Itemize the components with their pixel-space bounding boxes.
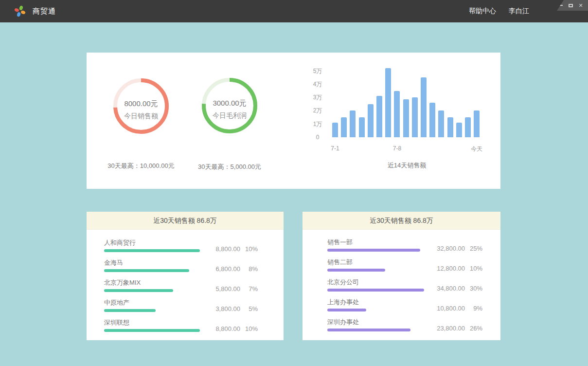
- item-bar-fill: [104, 269, 189, 272]
- item-bar-fill: [104, 309, 156, 312]
- top-customers-card: 近30天销售额 86.8万 人和商贸行8,800.0010%金海马6,800.0…: [87, 212, 284, 340]
- top-departments-header: 近30天销售额 86.8万: [303, 212, 500, 230]
- item-percent: 10%: [240, 326, 258, 332]
- item-amount: 12,800.00: [418, 265, 465, 272]
- item-bar-fill: [327, 309, 366, 311]
- sales-bar: [429, 103, 435, 137]
- item-percent: 7%: [240, 286, 258, 293]
- item-bar-fill: [104, 329, 200, 332]
- y-tick-label: 5万: [311, 68, 324, 74]
- sales-bar: [350, 110, 356, 137]
- item-percent: 9%: [465, 305, 482, 312]
- item-bar: [104, 309, 200, 312]
- item-bar-fill: [327, 249, 420, 252]
- item-value: 10,800.009%: [418, 305, 482, 312]
- item-percent: 5%: [240, 306, 258, 312]
- list-item: 北京分公司34,800.0030%: [327, 279, 482, 292]
- item-percent: 26%: [465, 325, 482, 332]
- y-tick-label: 4万: [311, 81, 324, 88]
- window-controls: ✕: [557, 0, 588, 11]
- item-amount: 6,800.00: [194, 266, 240, 273]
- overview-card: 8000.00元 今日销售额 30天最高：10,000.00元 3000.00元…: [87, 53, 500, 189]
- item-bar-fill: [327, 329, 410, 331]
- sales-bar: [359, 117, 365, 137]
- item-amount: 10,800.00: [418, 305, 465, 312]
- sales-bar: [394, 91, 400, 138]
- sales-bar: [341, 117, 347, 137]
- help-center-link[interactable]: 帮助中心: [469, 7, 496, 16]
- top-customers-list: 人和商贸行8,800.0010%金海马6,800.008%北京万象MIX5,80…: [87, 230, 284, 332]
- item-value: 8,800.0010%: [194, 246, 258, 253]
- top-customers-header: 近30天销售额 86.8万: [87, 212, 284, 230]
- item-value: 5,800.007%: [194, 286, 258, 293]
- item-percent: 8%: [240, 266, 258, 273]
- item-percent: 25%: [465, 245, 482, 252]
- item-amount: 34,800.00: [418, 285, 465, 292]
- minimize-button[interactable]: [557, 2, 563, 8]
- item-value: 6,800.008%: [194, 266, 258, 273]
- sales-bars: [332, 53, 488, 137]
- item-bar: [327, 289, 424, 292]
- close-button[interactable]: ✕: [578, 2, 584, 8]
- pinwheel-logo-icon: [14, 5, 26, 18]
- item-amount: 23,800.00: [418, 325, 465, 332]
- sales-bar: [412, 97, 418, 137]
- sales-bar: [474, 110, 480, 137]
- top-departments-card: 近30天销售额 86.8万 销售一部32,800.0025%销售二部12,800…: [303, 212, 500, 340]
- item-bar: [104, 249, 200, 252]
- item-amount: 5,800.00: [194, 286, 240, 293]
- y-tick-label: 0: [311, 134, 324, 141]
- item-bar-fill: [104, 249, 200, 252]
- sales-bar: [421, 77, 427, 137]
- item-bar: [327, 309, 424, 311]
- maximize-button[interactable]: [568, 2, 573, 8]
- x-tick-label: 7-1: [321, 145, 350, 152]
- item-amount: 8,800.00: [194, 246, 240, 253]
- item-bar: [104, 289, 200, 292]
- sales-bar: [368, 104, 374, 137]
- chart-title: 近14天销售额: [332, 161, 481, 170]
- y-tick-label: 3万: [311, 94, 324, 101]
- list-item: 人和商贸行8,800.0010%: [104, 239, 258, 252]
- sales-bar: [332, 123, 338, 137]
- titlebar: 商贸通 帮助中心 李白江 ✕: [0, 0, 588, 22]
- list-item: 中原地产3,800.005%: [104, 299, 258, 312]
- list-item: 金海马6,800.008%: [104, 259, 258, 272]
- sales-bar: [438, 110, 444, 137]
- list-item: 深圳联想8,800.0010%: [104, 319, 258, 332]
- item-amount: 32,800.00: [418, 245, 465, 252]
- list-item: 销售二部12,800.0010%: [327, 259, 482, 272]
- maximize-icon: [569, 4, 573, 7]
- close-icon: ✕: [578, 3, 583, 8]
- sales-bar: [456, 123, 462, 137]
- item-bar-fill: [327, 269, 385, 272]
- sales-14d-chart: 5万4万3万2万1万0 7-17-8今天 近14天销售额: [87, 53, 500, 189]
- app-title: 商贸通: [33, 0, 56, 22]
- sales-bar: [447, 117, 453, 137]
- list-item: 深圳办事处23,800.0026%: [327, 319, 482, 331]
- item-percent: 30%: [465, 285, 482, 292]
- x-tick-label: 7-8: [382, 145, 411, 152]
- titlebar-menu: 帮助中心 李白江: [469, 0, 529, 22]
- x-tick-label: 今天: [462, 145, 491, 153]
- item-percent: 10%: [240, 246, 258, 253]
- item-value: 32,800.0025%: [418, 245, 482, 252]
- sales-bar: [403, 99, 409, 137]
- item-amount: 8,800.00: [194, 326, 240, 332]
- user-menu[interactable]: 李白江: [509, 7, 529, 16]
- item-bar-fill: [104, 289, 173, 292]
- item-value: 3,800.005%: [194, 306, 258, 312]
- item-value: 8,800.0010%: [194, 326, 258, 332]
- item-bar: [104, 329, 200, 332]
- minimize-icon: [558, 5, 563, 6]
- item-bar: [327, 329, 424, 331]
- sales-bar: [385, 68, 391, 137]
- item-bar: [104, 269, 200, 272]
- item-value: 23,800.0026%: [418, 325, 482, 332]
- sales-bar: [376, 96, 382, 137]
- top-departments-list: 销售一部32,800.0025%销售二部12,800.0010%北京分公司34,…: [303, 230, 500, 331]
- item-amount: 3,800.00: [194, 306, 240, 312]
- sales-bar: [465, 117, 471, 137]
- list-item: 北京万象MIX5,800.007%: [104, 279, 258, 292]
- item-bar-fill: [327, 289, 424, 292]
